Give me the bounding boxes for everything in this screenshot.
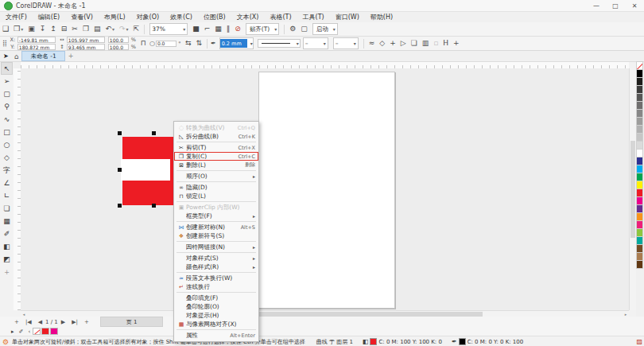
outline-width-combo[interactable]: ▾ bbox=[219, 37, 254, 49]
new-document-button[interactable]: ❑ bbox=[0, 23, 11, 35]
show-grid-button[interactable]: ▦ bbox=[212, 23, 224, 35]
redo-button[interactable]: ↷▾ bbox=[117, 23, 131, 35]
ctx-break-curve-apart[interactable]: ◺拆分曲线(B)Ctrl+K bbox=[174, 132, 258, 141]
menu-text[interactable]: 文本(X) bbox=[231, 13, 265, 21]
eyedropper-icon[interactable]: ✐ bbox=[19, 329, 24, 335]
ctx-frame-type[interactable]: 框类型(F)▸ bbox=[174, 212, 258, 220]
publish-pdf-button[interactable]: ⇱ bbox=[131, 23, 142, 35]
maximize-button[interactable]: □ bbox=[606, 0, 625, 11]
new-document-tab-button[interactable]: + bbox=[68, 52, 74, 60]
x-position-field[interactable] bbox=[17, 37, 56, 43]
document-tab[interactable]: 未命名 -1 bbox=[21, 51, 64, 61]
ctx-create-new-symbol[interactable]: ❖创建新符号(S) bbox=[174, 231, 258, 240]
document-color-swatch[interactable] bbox=[33, 328, 41, 335]
vertical-scrollbar[interactable] bbox=[629, 68, 636, 310]
show-guidelines-button[interactable]: ∥ bbox=[224, 23, 233, 35]
polygon-tool[interactable]: ◇ bbox=[1, 151, 13, 164]
outline-width-field[interactable] bbox=[220, 39, 247, 48]
next-page-button[interactable]: ▶ bbox=[58, 319, 68, 325]
print-button[interactable]: ⊟ bbox=[59, 23, 70, 35]
menu-tools[interactable]: 工具(T) bbox=[297, 13, 330, 21]
color-swatch[interactable] bbox=[636, 260, 643, 269]
snap-off-button[interactable]: ⊘ bbox=[232, 23, 243, 35]
object-width-field[interactable] bbox=[67, 37, 105, 43]
menu-edit[interactable]: 编辑(E) bbox=[33, 13, 65, 21]
selection-handle[interactable] bbox=[152, 131, 156, 135]
add-page-button[interactable]: + bbox=[11, 319, 22, 325]
options-button[interactable]: ⚙ bbox=[287, 23, 298, 35]
text-tool[interactable]: 字 bbox=[1, 164, 13, 177]
add-page-button-2[interactable]: + bbox=[81, 319, 92, 325]
ctx-connector-wrap[interactable]: ↵连线换行 bbox=[174, 282, 258, 291]
cut-button[interactable]: ✂ bbox=[69, 23, 80, 35]
paste-button[interactable]: ▤ bbox=[91, 23, 103, 35]
selection-handle[interactable] bbox=[152, 204, 156, 208]
ctx-wrap-paragraph-text[interactable]: ≈段落文本换行(W) bbox=[174, 274, 258, 282]
pick-tool[interactable]: ↖ bbox=[1, 62, 13, 75]
smart-fill-tool[interactable]: ◩ bbox=[1, 253, 13, 266]
quick-customize-button[interactable]: + bbox=[451, 37, 462, 49]
scale-v-field[interactable] bbox=[108, 44, 129, 50]
comment-button[interactable]: ▷ bbox=[398, 37, 409, 49]
menu-object[interactable]: 对象(O) bbox=[131, 13, 165, 21]
import-button[interactable]: ↧ bbox=[37, 23, 48, 35]
undo-button[interactable]: ↶▾ bbox=[103, 23, 117, 35]
line-style-combo[interactable]: ▾ bbox=[258, 39, 301, 48]
last-page-button[interactable]: ▶| bbox=[68, 319, 81, 325]
quick-customize-tool[interactable]: + bbox=[1, 266, 13, 278]
menu-bitmaps[interactable]: 位图(B) bbox=[198, 13, 231, 21]
arrow-start-combo[interactable]: – ▾ bbox=[303, 37, 328, 49]
minimize-button[interactable]: — bbox=[587, 0, 606, 11]
copy-button[interactable]: ❐ bbox=[80, 23, 91, 35]
menu-file[interactable]: 文件(F) bbox=[0, 13, 33, 21]
eyedropper-tool[interactable]: ✐ bbox=[1, 227, 13, 240]
home-icon[interactable]: ⌂ bbox=[14, 52, 19, 60]
ctx-cut[interactable]: ✂剪切(T)Ctrl+X bbox=[174, 143, 258, 152]
drawing-canvas[interactable] bbox=[21, 68, 629, 310]
document-color-swatch[interactable] bbox=[41, 328, 49, 335]
menu-table[interactable]: 表格(T) bbox=[264, 13, 297, 21]
rectangle-tool[interactable]: □ bbox=[1, 126, 13, 138]
freehand-tool[interactable]: ∿ bbox=[1, 113, 13, 126]
lock-ratio-button[interactable]: ⊓ bbox=[138, 37, 149, 49]
export-button[interactable]: ↥ bbox=[48, 23, 59, 35]
ctx-overprint-outline[interactable]: 叠印轮廓(O) bbox=[174, 302, 258, 311]
page-tab[interactable]: 页 1 bbox=[100, 317, 164, 327]
ctx-order[interactable]: 顺序(O)▸ bbox=[174, 172, 258, 181]
object-details-button[interactable]: ▥ bbox=[420, 37, 432, 49]
mirror-horizontal-button[interactable]: ⇆ bbox=[183, 37, 194, 49]
vertical-scrollbar-thumb[interactable] bbox=[630, 141, 635, 238]
ctx-lock[interactable]: ⊓锁定(L) bbox=[174, 192, 258, 200]
ellipse-tool[interactable]: ○ bbox=[1, 138, 13, 151]
arrow-end-combo[interactable]: – ▾ bbox=[333, 37, 359, 49]
rotation-angle-field[interactable] bbox=[156, 41, 177, 47]
crop-tool[interactable]: ▢ bbox=[1, 87, 13, 100]
zoom-tool[interactable]: ⚲ bbox=[1, 100, 13, 113]
selection-handle[interactable] bbox=[118, 204, 122, 208]
dimension-tool[interactable]: ∠ bbox=[1, 177, 13, 189]
ctx-object-hinting[interactable]: 对象提示(H) bbox=[174, 311, 258, 320]
show-rulers-button[interactable]: ⌐ bbox=[202, 23, 213, 35]
ctx-copy[interactable]: ❐复制(C)Ctrl+C bbox=[174, 152, 258, 161]
object-height-field[interactable] bbox=[67, 44, 105, 50]
scalloped-corner-button[interactable]: ◇ bbox=[377, 37, 387, 49]
palette-icon[interactable]: ▨ bbox=[636, 338, 642, 345]
menu-help[interactable]: 帮助(H) bbox=[365, 13, 398, 21]
shadow-tool[interactable]: ❏ bbox=[1, 202, 13, 215]
scale-h-field[interactable] bbox=[108, 37, 129, 43]
ctx-delete[interactable]: ⊠删除(L)删除 bbox=[174, 161, 258, 169]
status-gear-icon[interactable]: ⚙ bbox=[2, 338, 9, 346]
mirror-nodes-button[interactable]: H bbox=[440, 37, 451, 49]
menu-effects[interactable]: 效果(C) bbox=[165, 13, 198, 21]
interactive-fill-tool[interactable]: ◧ bbox=[1, 240, 13, 253]
convert-to-curves-button[interactable]: ❏ bbox=[409, 37, 420, 49]
shape-tool[interactable]: ➢ bbox=[1, 75, 13, 87]
y-position-field[interactable] bbox=[17, 44, 56, 50]
white-rectangle-object[interactable] bbox=[121, 159, 170, 181]
palette-scroll-icon[interactable]: ‹ bbox=[28, 329, 30, 335]
ctx-hide[interactable]: ∞隐藏(D) bbox=[174, 183, 258, 192]
ctx-overprint-fill[interactable]: 叠印填充(F) bbox=[174, 294, 258, 302]
previous-page-button[interactable]: ◀ bbox=[35, 319, 45, 325]
first-page-button[interactable]: |◀ bbox=[22, 319, 35, 325]
ctx-create-new-symmetry[interactable]: ⋈创建新对称(N)Alt+S bbox=[174, 223, 258, 231]
